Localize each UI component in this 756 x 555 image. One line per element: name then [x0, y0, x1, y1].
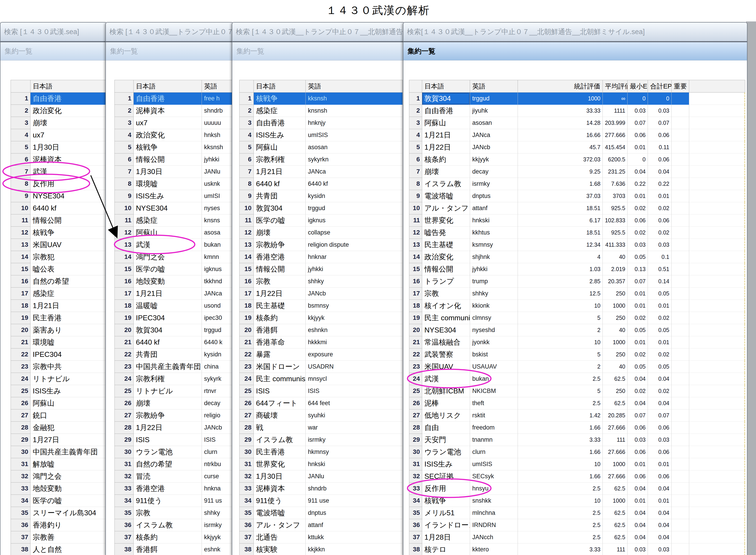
table-row[interactable]: 12核戦争	[11, 227, 107, 239]
stat-eval-cell[interactable]: 1.42	[518, 410, 603, 422]
row-number-cell[interactable]: 22	[11, 348, 31, 361]
japanese-term-cell[interactable]: 自由	[422, 422, 470, 434]
min-ep-cell[interactable]: 0.06	[628, 214, 648, 227]
table-row[interactable]: 38核実験kkjkkn	[239, 544, 403, 555]
english-term-cell[interactable]: hnkski	[306, 458, 403, 470]
japanese-term-cell[interactable]: ウラン電池	[134, 446, 202, 458]
total-ep-cell[interactable]: 0.01	[648, 495, 672, 507]
total-ep-cell[interactable]: 0.07	[648, 410, 672, 422]
column-header-important[interactable]: 重要	[672, 80, 689, 92]
table-row[interactable]: 20薬害あり	[11, 324, 107, 336]
japanese-term-cell[interactable]: 暴露	[254, 348, 306, 361]
table-row[interactable]: 1敦賀304trggud1000∞00	[409, 92, 745, 105]
japanese-term-cell[interactable]: 反作用	[422, 482, 470, 495]
english-term-cell[interactable]: usknk	[202, 178, 234, 190]
japanese-term-cell[interactable]: 自然の希望	[31, 275, 107, 288]
english-term-cell[interactable]: ISIS	[202, 434, 234, 446]
table-row[interactable]: 71月21日JANca	[239, 166, 403, 178]
english-term-cell[interactable]: hnksh	[202, 129, 234, 141]
stat-eval-cell[interactable]: 1.68	[518, 178, 603, 190]
english-term-cell[interactable]: kkjkkn	[306, 544, 403, 555]
avg-eval-cell[interactable]: 2.019	[603, 263, 628, 275]
table-row[interactable]: 6泥棒資本	[11, 154, 107, 166]
table-row[interactable]: 36イランドローンIRNDRN2.562.50.040.04	[409, 519, 745, 531]
row-number-cell[interactable]: 29	[239, 434, 254, 446]
total-ep-cell[interactable]: 0.05	[648, 288, 672, 300]
table-row[interactable]: 16トランプtrump2.8520.3570.070.14	[409, 275, 745, 288]
column-header-japanese[interactable]: 日本語	[134, 80, 202, 92]
english-term-cell[interactable]: attanf	[470, 202, 518, 214]
total-ep-cell[interactable]: 0.03	[648, 434, 672, 446]
english-term-cell[interactable]: trggud	[202, 324, 234, 336]
row-number-cell[interactable]: 7	[11, 166, 31, 178]
row-number-cell[interactable]: 1	[115, 92, 134, 105]
avg-eval-cell[interactable]: 250	[603, 385, 628, 397]
japanese-term-cell[interactable]: 911使う	[254, 495, 306, 507]
japanese-term-cell[interactable]: 核戦争	[134, 141, 202, 154]
table-row[interactable]: 171月21日JANca	[115, 288, 234, 300]
english-term-cell[interactable]: rsktit	[470, 410, 518, 422]
column-header-english[interactable]: 英語	[202, 80, 234, 92]
row-number-cell[interactable]: 2	[11, 105, 31, 117]
japanese-term-cell[interactable]: 核テロ	[422, 544, 470, 555]
total-ep-cell[interactable]: 0.02	[648, 227, 672, 239]
avg-eval-cell[interactable]: 62.5	[603, 519, 628, 531]
important-cell[interactable]	[672, 154, 689, 166]
stat-eval-cell[interactable]: 3.33	[518, 434, 603, 446]
avg-eval-cell[interactable]: 1000	[603, 458, 628, 470]
important-cell[interactable]	[672, 446, 689, 458]
english-term-cell[interactable]: bsmnsy	[306, 300, 403, 312]
row-number-cell[interactable]: 36	[11, 519, 31, 531]
japanese-term-cell[interactable]: IPEC304	[134, 312, 202, 324]
min-ep-cell[interactable]: 0.01	[628, 458, 648, 470]
japanese-term-cell[interactable]: ISIS生み	[422, 458, 470, 470]
important-cell[interactable]	[672, 544, 689, 555]
english-term-cell[interactable]: shndrb	[306, 482, 403, 495]
total-ep-cell[interactable]: 0.04	[648, 373, 672, 385]
japanese-term-cell[interactable]: 1月22日	[134, 422, 202, 434]
japanese-term-cell[interactable]: 崩壊	[31, 117, 107, 129]
japanese-term-cell[interactable]: 鴻門之会	[31, 470, 107, 482]
table-row[interactable]: 15嘘公表	[11, 263, 107, 275]
row-number-cell[interactable]: 36	[409, 519, 422, 531]
table-row[interactable]: 18核イオン化kkionk1010000.010.01	[409, 300, 745, 312]
row-number-cell[interactable]: 10	[115, 202, 134, 214]
japanese-term-cell[interactable]: 民主基礎	[422, 239, 470, 251]
row-number-cell[interactable]: 24	[11, 373, 31, 385]
english-term-cell[interactable]: asosan	[306, 141, 403, 154]
table-row[interactable]: 1核戦争kksnsh	[239, 92, 403, 105]
japanese-term-cell[interactable]: 泥棒	[422, 397, 470, 410]
min-ep-cell[interactable]: 0.01	[628, 336, 648, 348]
table-row[interactable]: 30中国共産主義青年団	[11, 446, 107, 458]
table-row[interactable]: 9NYSE304	[11, 190, 107, 202]
english-term-cell[interactable]: attanf	[306, 519, 403, 531]
english-term-cell[interactable]: trggud	[306, 202, 403, 214]
table-row[interactable]: 34医学の嘘	[11, 495, 107, 507]
row-number-cell[interactable]: 31	[11, 458, 31, 470]
english-term-cell[interactable]: freedom	[470, 422, 518, 434]
japanese-term-cell[interactable]: 電波塔嘘	[422, 190, 470, 202]
stat-eval-cell[interactable]: 16.66	[518, 129, 603, 141]
stat-eval-cell[interactable]: 37.03	[518, 190, 603, 202]
table-row[interactable]: 27銃口	[11, 410, 107, 422]
english-term-cell[interactable]: china	[202, 361, 234, 373]
row-number-cell[interactable]: 21	[115, 336, 134, 348]
stat-eval-cell[interactable]: 10	[518, 495, 603, 507]
row-number-cell[interactable]: 15	[239, 263, 254, 275]
min-ep-cell[interactable]: 0.06	[628, 446, 648, 458]
row-number-cell[interactable]: 25	[115, 385, 134, 397]
japanese-term-cell[interactable]: リトナビル	[31, 373, 107, 385]
japanese-term-cell[interactable]: イスラム教	[254, 434, 306, 446]
japanese-term-cell[interactable]: 感染症	[31, 288, 107, 300]
english-term-cell[interactable]: JANcb	[306, 288, 403, 300]
japanese-term-cell[interactable]: 武装警察	[422, 348, 470, 361]
table-row[interactable]: 86440 kf6440 kf	[239, 178, 403, 190]
japanese-term-cell[interactable]: ISIS	[134, 434, 202, 446]
row-number-cell[interactable]: 19	[239, 312, 254, 324]
japanese-term-cell[interactable]: 民主香港	[31, 312, 107, 324]
row-number-cell[interactable]: 18	[115, 300, 134, 312]
row-number-cell[interactable]: 21	[239, 336, 254, 348]
avg-eval-cell[interactable]: 7.636	[603, 178, 628, 190]
table-row[interactable]: 30民主香港hkmnsy	[239, 446, 403, 458]
japanese-term-cell[interactable]: 武漢	[31, 166, 107, 178]
